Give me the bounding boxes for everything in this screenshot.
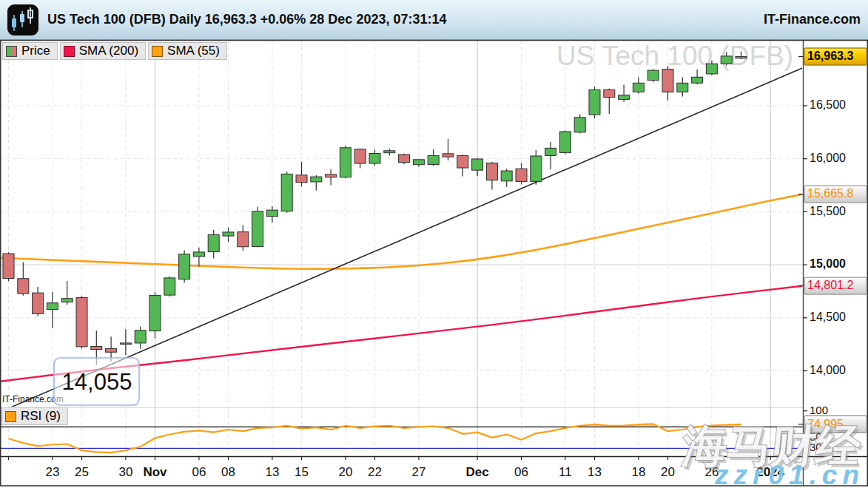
legend-item-rsi[interactable]: RSI (9) (1, 407, 68, 425)
candle-body (135, 331, 146, 343)
candle-body (179, 254, 190, 279)
candle-body (545, 148, 556, 155)
legend-item-price[interactable]: Price (2, 42, 58, 60)
candle-body (559, 132, 571, 152)
price-axis-label: 15,000 (810, 257, 846, 270)
candle-body (208, 234, 219, 251)
candle-body (61, 299, 73, 302)
corner-watermark-url: zzr01.cn (714, 460, 864, 488)
candle-Oct-25[interactable] (76, 296, 87, 348)
candle-body (326, 174, 337, 177)
candle-body (677, 83, 688, 92)
legend-item-sma200[interactable]: SMA (200) (60, 42, 146, 60)
price-axis-label: 15,500 (810, 205, 846, 217)
candle-body (662, 70, 673, 92)
candle-body (252, 211, 263, 247)
rsi-swatch-icon (5, 411, 16, 422)
price-axis-label: 14,000 (810, 364, 846, 376)
candle-Nov-10[interactable] (252, 207, 263, 248)
candle-Oct-18[interactable] (3, 252, 14, 281)
candle-Dec-13[interactable] (589, 87, 600, 118)
x-axis-label: 23 (45, 465, 59, 479)
tag-label: 16,963.3 (807, 50, 853, 62)
tag-label: 15,665.8 (807, 187, 853, 200)
x-axis-label: 13 (265, 465, 279, 479)
candle-body (3, 254, 14, 278)
price-axis-label: 16,500 (810, 98, 846, 111)
candle-body (281, 174, 292, 211)
candle-body (589, 89, 600, 115)
sma55-swatch-icon (152, 46, 163, 57)
chart-canvas[interactable]: US Tech 100 (DFB)IT-Finance.com14,05516,… (0, 0, 868, 488)
legend-item-sma55[interactable]: SMA (55) (148, 42, 227, 60)
x-axis-label: 11 (559, 465, 572, 479)
candle-body (18, 279, 29, 294)
sma200-swatch-icon (64, 46, 75, 57)
candle-body (91, 347, 102, 350)
candle-body (149, 295, 161, 331)
price-panel-legend: Price SMA (200) SMA (55) (2, 42, 227, 60)
candle-body (223, 232, 234, 236)
candle-Nov-20[interactable] (340, 146, 351, 179)
candle-body (443, 154, 454, 157)
candle-Nov-02[interactable] (164, 277, 175, 296)
candle-body (516, 169, 527, 181)
candle-body (266, 210, 277, 217)
sma55-value-tag: 15,665.8 (798, 186, 867, 203)
chart-window: US Tech 100 (DFB) Daily 16,963.3 +0.06% … (0, 0, 868, 488)
candle-body (619, 95, 630, 100)
candle-body (399, 155, 410, 163)
x-axis-label: 20 (338, 465, 352, 479)
candle-body (384, 151, 395, 153)
candle-body (721, 56, 732, 64)
candle-body (736, 57, 747, 58)
candle-body (311, 177, 322, 182)
candle-body (354, 149, 366, 163)
candle-Dec-19[interactable] (647, 69, 659, 82)
candle-body (238, 232, 249, 247)
rsi-panel-legend: RSI (9) (1, 407, 68, 425)
candle-Nov-01[interactable] (149, 292, 161, 338)
candle-Nov-24[interactable] (399, 154, 410, 164)
candle-Dec-11[interactable] (559, 131, 571, 155)
candle-body (47, 303, 58, 310)
current-price-tag: 16,963.3 (798, 48, 867, 65)
candle-body (120, 343, 131, 345)
x-axis-label: 27 (411, 465, 425, 479)
x-axis-label: 20 (661, 465, 675, 479)
x-axis-label: 25 (75, 465, 89, 479)
price-axis-label: 14,500 (810, 311, 846, 323)
annotation-label: 14,055 (62, 369, 132, 395)
candle-body (76, 298, 87, 347)
candle-body (340, 148, 351, 177)
candle-Dec-12[interactable] (574, 114, 585, 133)
candle-body (296, 175, 307, 183)
candle-body (633, 83, 644, 92)
sma200-value-tag: 14,801.2 (798, 277, 867, 294)
candle-body (574, 118, 585, 132)
candle-body (706, 64, 717, 74)
tag-label: 14,801.2 (807, 279, 853, 291)
x-axis-label: 30 (118, 465, 132, 479)
candle-body (472, 159, 483, 170)
rsi-axis-label: 100 (810, 404, 828, 416)
candle-body (193, 252, 204, 257)
x-axis-label: Dec (466, 465, 489, 479)
candle-body (486, 163, 497, 180)
candle-Nov-14[interactable] (281, 172, 292, 213)
legend-sma55-label: SMA (55) (167, 44, 220, 58)
candle-body (647, 70, 659, 80)
candle-body (369, 154, 380, 163)
legend-sma200-label: SMA (200) (79, 44, 138, 58)
price-annotation[interactable]: 14,055 (54, 358, 139, 405)
candle-body (604, 89, 615, 97)
candle-body (692, 77, 703, 83)
legend-price-label: Price (21, 44, 50, 58)
candle-Nov-03[interactable] (179, 251, 190, 283)
x-axis-label: 13 (588, 465, 602, 479)
legend-rsi-label: RSI (9) (21, 409, 61, 424)
x-axis-label: 06 (192, 465, 206, 479)
x-axis-label: 08 (221, 465, 235, 479)
candle-body (413, 160, 424, 165)
candle-body (33, 293, 44, 314)
